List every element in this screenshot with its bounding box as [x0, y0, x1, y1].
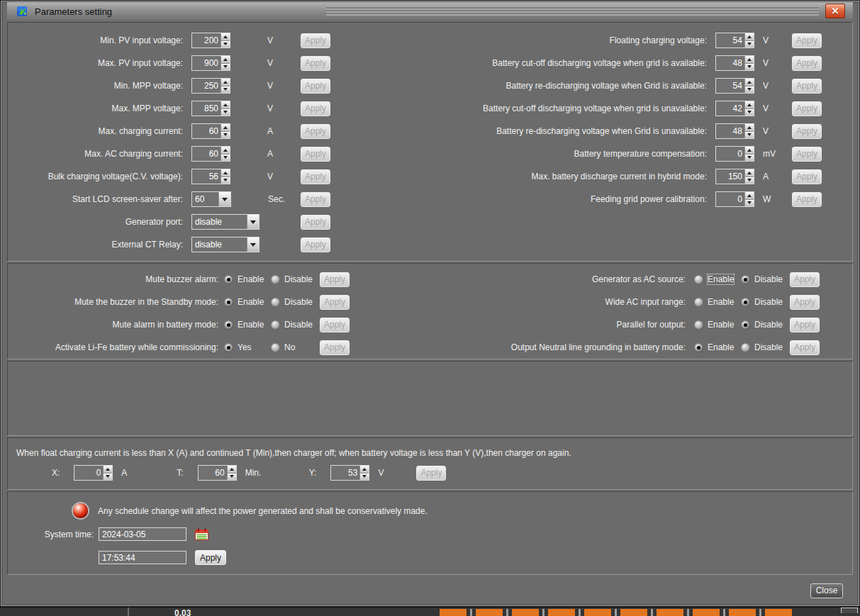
left-param-2-spin-up-button[interactable] [221, 79, 230, 86]
right-radio-2-apply-button[interactable]: Apply [790, 318, 820, 332]
radio-option[interactable]: Enable [694, 342, 741, 352]
radio-option[interactable]: Enable [224, 297, 271, 307]
charger-apply-button[interactable]: Apply [416, 466, 446, 481]
left-param-4-spin-down-button[interactable] [221, 132, 230, 139]
left-param-0-spin-down-button[interactable] [221, 41, 230, 48]
radio-option[interactable]: Disable [741, 320, 786, 330]
radio-selected-icon[interactable] [224, 343, 233, 352]
close-button[interactable]: Close [810, 583, 843, 598]
left-param-9-combobox[interactable]: disable [191, 237, 259, 252]
right-param-5-spin-up-button[interactable] [745, 147, 754, 155]
radio-selected-icon[interactable] [741, 320, 750, 330]
left-radio-1-apply-button[interactable]: Apply [320, 295, 350, 310]
right-radio-3-apply-button[interactable]: Apply [790, 340, 820, 355]
charger-field-2-input[interactable] [331, 466, 359, 480]
right-param-5-apply-button[interactable]: Apply [792, 147, 822, 162]
right-param-7-input[interactable] [716, 192, 744, 206]
left-param-9-dropdown-button[interactable] [247, 237, 259, 252]
charger-field-2-spin-up-button[interactable] [360, 466, 369, 474]
left-param-6-input[interactable] [192, 169, 220, 184]
close-window-button[interactable]: ✕ [825, 4, 845, 18]
radio-option[interactable]: Enable [694, 297, 741, 307]
system-date-input[interactable] [99, 527, 186, 541]
radio-option[interactable]: Disable [741, 297, 786, 307]
radio-icon[interactable] [271, 298, 280, 307]
radio-option[interactable]: No [271, 342, 316, 352]
system-clock-input[interactable] [99, 551, 186, 564]
right-param-4-spin-down-button[interactable] [745, 132, 754, 139]
charger-field-1-spin-up-button[interactable] [228, 466, 236, 474]
radio-option[interactable]: Disable [271, 274, 316, 284]
left-param-7-combobox[interactable]: 60 [191, 191, 231, 207]
left-param-3-input[interactable] [192, 101, 220, 116]
right-param-1-spin-down-button[interactable] [745, 64, 754, 71]
left-param-1-apply-button[interactable]: Apply [301, 56, 330, 71]
left-param-5-apply-button[interactable]: Apply [301, 147, 330, 162]
system-time-apply-button[interactable]: Apply [195, 550, 226, 565]
radio-icon[interactable] [694, 298, 703, 307]
right-param-7-spin-up-button[interactable] [745, 192, 754, 200]
left-param-3-spin-down-button[interactable] [221, 109, 230, 116]
right-param-2-input[interactable] [716, 79, 744, 93]
left-param-4-spin-up-button[interactable] [221, 124, 230, 132]
charger-field-0-spin-down-button[interactable] [104, 474, 112, 481]
charger-field-1-spin-down-button[interactable] [228, 474, 236, 481]
radio-option[interactable]: Disable [271, 297, 316, 307]
right-param-6-spin-up-button[interactable] [745, 169, 754, 177]
left-param-2-apply-button[interactable]: Apply [301, 79, 330, 94]
left-param-1-spin-up-button[interactable] [221, 56, 230, 64]
radio-icon[interactable] [741, 343, 750, 352]
left-param-0-input[interactable] [192, 33, 220, 47]
left-param-7-dropdown-button[interactable] [218, 192, 230, 206]
right-param-7-apply-button[interactable]: Apply [792, 192, 822, 207]
right-param-2-apply-button[interactable]: Apply [792, 79, 822, 94]
left-radio-3-apply-button[interactable]: Apply [320, 340, 350, 355]
charger-field-2-spin-down-button[interactable] [360, 474, 369, 481]
right-radio-1-apply-button[interactable]: Apply [790, 295, 820, 310]
radio-selected-icon[interactable] [224, 275, 233, 284]
calendar-icon[interactable] [195, 528, 208, 541]
left-param-8-combobox[interactable]: disable [191, 214, 259, 230]
charger-field-0-spin-up-button[interactable] [104, 466, 112, 474]
radio-option[interactable]: Enable [694, 320, 741, 330]
radio-icon[interactable] [694, 320, 703, 330]
right-param-4-spin-up-button[interactable] [745, 124, 754, 132]
left-param-5-spin-down-button[interactable] [221, 155, 230, 162]
right-param-6-spin-down-button[interactable] [745, 177, 754, 184]
left-param-6-spin-up-button[interactable] [221, 169, 230, 177]
right-param-6-apply-button[interactable]: Apply [792, 169, 822, 184]
radio-option[interactable]: Yes [224, 342, 271, 352]
left-param-3-apply-button[interactable]: Apply [301, 101, 330, 116]
radio-selected-icon[interactable] [694, 343, 703, 352]
right-param-0-spin-up-button[interactable] [745, 33, 754, 41]
right-param-0-input[interactable] [716, 33, 744, 47]
right-param-5-spin-down-button[interactable] [745, 155, 754, 162]
left-param-0-apply-button[interactable]: Apply [301, 33, 330, 48]
radio-option[interactable]: Disable [741, 274, 786, 284]
right-param-4-input[interactable] [716, 124, 744, 138]
right-param-2-spin-down-button[interactable] [745, 86, 754, 94]
left-param-8-apply-button[interactable]: Apply [301, 215, 330, 230]
left-param-3-spin-up-button[interactable] [221, 101, 230, 109]
right-radio-0-apply-button[interactable]: Apply [790, 272, 820, 287]
left-param-0-spin-up-button[interactable] [221, 33, 230, 41]
radio-selected-icon[interactable] [741, 275, 750, 284]
radio-selected-icon[interactable] [741, 298, 750, 307]
right-param-5-input[interactable] [716, 147, 744, 161]
radio-selected-icon[interactable] [224, 320, 233, 330]
left-param-7-apply-button[interactable]: Apply [301, 192, 330, 207]
right-param-6-input[interactable] [716, 169, 744, 184]
radio-icon[interactable] [271, 343, 280, 352]
left-param-2-input[interactable] [192, 79, 220, 93]
left-param-5-input[interactable] [192, 147, 220, 161]
radio-option[interactable]: Enable [224, 320, 271, 330]
right-param-0-spin-down-button[interactable] [745, 41, 754, 48]
radio-selected-icon[interactable] [224, 298, 233, 307]
right-param-3-spin-up-button[interactable] [745, 101, 754, 109]
left-param-4-input[interactable] [192, 124, 220, 138]
right-param-0-apply-button[interactable]: Apply [792, 33, 822, 48]
right-param-3-input[interactable] [716, 101, 744, 116]
radio-option[interactable]: Enable [224, 274, 271, 284]
left-param-9-apply-button[interactable]: Apply [301, 237, 330, 252]
left-param-1-input[interactable] [192, 56, 220, 70]
